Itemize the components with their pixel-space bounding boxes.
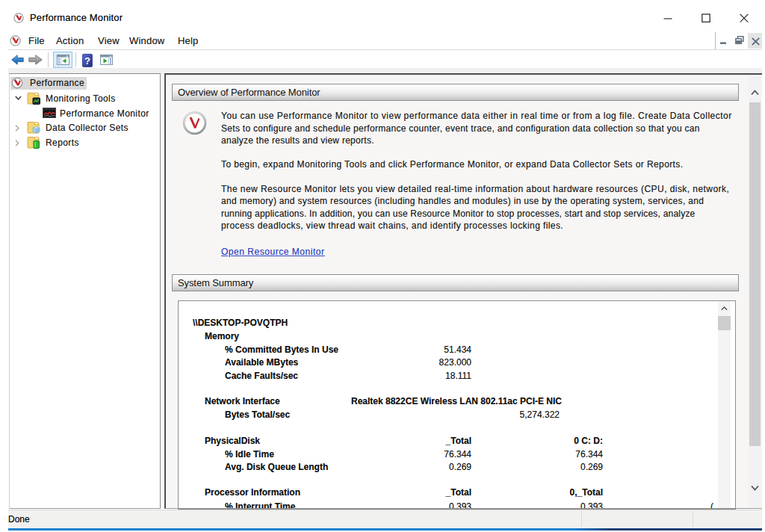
svg-text:?: ?	[84, 55, 90, 66]
